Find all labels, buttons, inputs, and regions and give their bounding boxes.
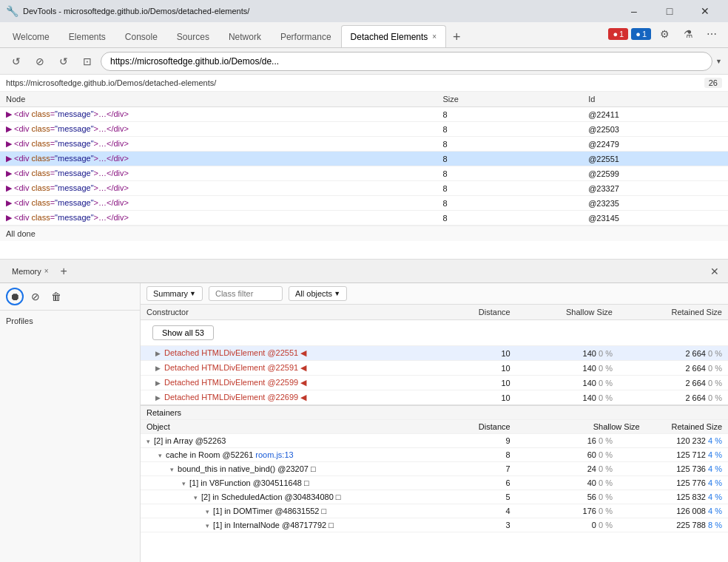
info-count: 1 <box>642 30 647 38</box>
table-row[interactable]: ▶ <div class="message">…</div> 8 @23235 <box>0 196 728 211</box>
delete-button[interactable]: 🗑 <box>47 288 65 305</box>
memory-table-container[interactable]: Constructor Distance Shallow Size Retain… <box>141 305 728 562</box>
tab-elements-label: Elements <box>69 32 106 42</box>
url-bar: ↺ ⊘ ↺ ⊡ ▼ <box>0 48 728 75</box>
table-row[interactable]: ▶ <div class="message">…</div> 8 @22503 <box>0 122 728 137</box>
tab-detached-elements-close[interactable]: × <box>432 33 437 41</box>
retainer-row[interactable]: ▾ [1] in V8Function @304511648 □ 6 40 0 … <box>141 476 728 490</box>
memory-row[interactable]: ▶ Detached HTMLDivElement @22599 ◀ 10 14… <box>141 376 728 390</box>
col-header-size: Size <box>437 92 582 107</box>
constructor-cell: ▶ Detached HTMLDivElement @22591 ◀ <box>141 361 451 376</box>
retainer-object-cell: ▾ [2] in ScheduledAction @304834080 □ <box>141 490 451 504</box>
node-cell: ▶ <div class="message">…</div> <box>0 166 437 181</box>
constructor-cell: ▶ Detached HTMLDivElement @22599 ◀ <box>141 376 451 390</box>
tab-sources-label: Sources <box>177 32 209 42</box>
retainer-distance-cell: 8 <box>451 448 516 462</box>
sidebar-content: Profiles <box>0 311 140 562</box>
memory-panel-close[interactable]: ✕ <box>707 264 722 279</box>
retainer-shallow-cell: 0 0 % <box>516 518 619 532</box>
tab-elements[interactable]: Elements <box>59 25 115 47</box>
id-cell: @23327 <box>582 181 728 196</box>
new-tab-button[interactable]: + <box>446 27 467 47</box>
table-row[interactable]: ▶ <div class="message">…</div> 8 @22599 <box>0 166 728 181</box>
table-row[interactable]: ▶ <div class="message">…</div> 8 @22479 <box>0 137 728 152</box>
memory-row[interactable]: ▶ Detached HTMLDivElement @22591 ◀ 10 14… <box>141 361 728 376</box>
refresh-button[interactable]: ↺ <box>53 52 74 71</box>
url-dropdown-icon: ▼ <box>715 58 722 65</box>
cast-button[interactable]: ⊡ <box>77 52 98 71</box>
url-input[interactable] <box>101 52 712 71</box>
size-cell: 8 <box>437 211 582 226</box>
back-button[interactable]: ↺ <box>6 52 27 71</box>
info-badge[interactable]: ● 1 <box>631 28 651 40</box>
title-bar-text: DevTools - microsoftedge.github.io/Demos… <box>23 7 249 16</box>
info-icon: ● <box>636 30 641 38</box>
close-button[interactable]: ✕ <box>688 0 722 22</box>
memory-tab-add[interactable]: + <box>58 265 70 278</box>
memory-tab[interactable]: Memory × <box>6 264 55 279</box>
retained-size-cell: 2 664 0 % <box>619 376 728 390</box>
all-objects-dropdown-icon: ▼ <box>334 290 340 297</box>
retainer-retained-cell: 125 776 4 % <box>619 476 728 490</box>
id-cell: @22503 <box>582 122 728 137</box>
table-row[interactable]: ▶ <div class="message">…</div> 8 @22551 <box>0 152 728 166</box>
memory-tab-close[interactable]: × <box>44 267 49 275</box>
panel-url: https://microsoftedge.github.io/Demos/de… <box>6 78 216 87</box>
id-cell: @22479 <box>582 137 728 152</box>
error-badge[interactable]: ● 1 <box>608 28 628 40</box>
forward-button[interactable]: ⊘ <box>30 52 50 71</box>
window-controls: – □ ✕ <box>617 0 722 22</box>
source-link[interactable]: room.js:13 <box>255 450 293 459</box>
node-cell: ▶ <div class="message">…</div> <box>0 181 437 196</box>
maximize-button[interactable]: □ <box>653 0 687 22</box>
memory-table: Constructor Distance Shallow Size Retain… <box>141 305 728 532</box>
retainer-retained-cell: 225 788 8 % <box>619 518 728 532</box>
summary-dropdown[interactable]: Summary ▼ <box>146 286 203 301</box>
object-col-header: Object <box>141 420 451 434</box>
memory-row[interactable]: ▶ Detached HTMLDivElement @22699 ◀ 10 14… <box>141 390 728 406</box>
size-cell: 8 <box>437 107 582 122</box>
retainer-row[interactable]: ▾ [2] in ScheduledAction @304834080 □ 5 … <box>141 490 728 504</box>
retainer-row[interactable]: ▾ bound_this in native_bind() @23207 □ 7… <box>141 462 728 476</box>
memory-row[interactable]: ▶ Detached HTMLDivElement @22551 ◀ 10 14… <box>141 346 728 361</box>
distance-cell: 10 <box>451 376 516 390</box>
memory-toolbar: Summary ▼ All objects ▼ <box>141 283 728 305</box>
tab-sources[interactable]: Sources <box>167 25 219 47</box>
retainer-retained-cell: 125 712 4 % <box>619 448 728 462</box>
table-row[interactable]: ▶ <div class="message">…</div> 8 @23327 <box>0 181 728 196</box>
tab-network-label: Network <box>229 32 261 42</box>
tab-console[interactable]: Console <box>115 25 167 47</box>
size-cell: 8 <box>437 122 582 137</box>
profiles-label: Profiles <box>6 316 33 325</box>
distance-cell: 10 <box>451 361 516 376</box>
more-button[interactable]: ⋯ <box>701 24 722 44</box>
all-objects-dropdown[interactable]: All objects ▼ <box>289 286 347 301</box>
show-all-button[interactable]: Show all 53 <box>152 325 214 340</box>
settings-button[interactable]: ⚙ <box>654 24 675 44</box>
table-row[interactable]: ▶ <div class="message">…</div> 8 @22411 <box>0 107 728 122</box>
detached-table-scroll[interactable]: Node Size Id ▶ <div class="message">…</d… <box>0 92 728 226</box>
size-cell: 8 <box>437 137 582 152</box>
retainer-row[interactable]: ▾ [1] in InternalNode @48717792 □ 3 0 0 … <box>141 518 728 532</box>
record-button[interactable]: ⏺ <box>6 288 24 305</box>
retainer-row[interactable]: ▾ cache in Room @52261 room.js:13 8 60 0… <box>141 448 728 462</box>
experiment-button[interactable]: ⚗ <box>678 24 698 44</box>
detached-elements-panel: https://microsoftedge.github.io/Demos/de… <box>0 75 728 260</box>
col-retained-size: Retained Size <box>619 305 728 320</box>
retainer-object-cell: ▾ [1] in DOMTimer @48631552 □ <box>141 504 451 518</box>
class-filter-input[interactable] <box>209 286 283 301</box>
tab-network[interactable]: Network <box>219 25 271 47</box>
shallow-size-cell: 140 0 % <box>516 390 619 406</box>
retainer-retained-cell: 120 232 4 % <box>619 434 728 448</box>
minimize-button[interactable]: – <box>617 0 651 22</box>
panel-url-row: https://microsoftedge.github.io/Demos/de… <box>0 75 728 92</box>
tab-welcome[interactable]: Welcome <box>3 25 59 47</box>
stop-button[interactable]: ⊘ <box>27 288 44 305</box>
col-header-id: Id <box>582 92 728 107</box>
retainer-row[interactable]: ▾ [2] in Array @52263 9 16 0 % 120 232 4… <box>141 434 728 448</box>
size-cell: 8 <box>437 196 582 211</box>
table-row[interactable]: ▶ <div class="message">…</div> 8 @23145 <box>0 211 728 226</box>
retainer-row[interactable]: ▾ [1] in DOMTimer @48631552 □ 4 176 0 % … <box>141 504 728 518</box>
tab-performance[interactable]: Performance <box>271 25 341 47</box>
tab-detached-elements[interactable]: Detached Elements × <box>341 25 447 47</box>
